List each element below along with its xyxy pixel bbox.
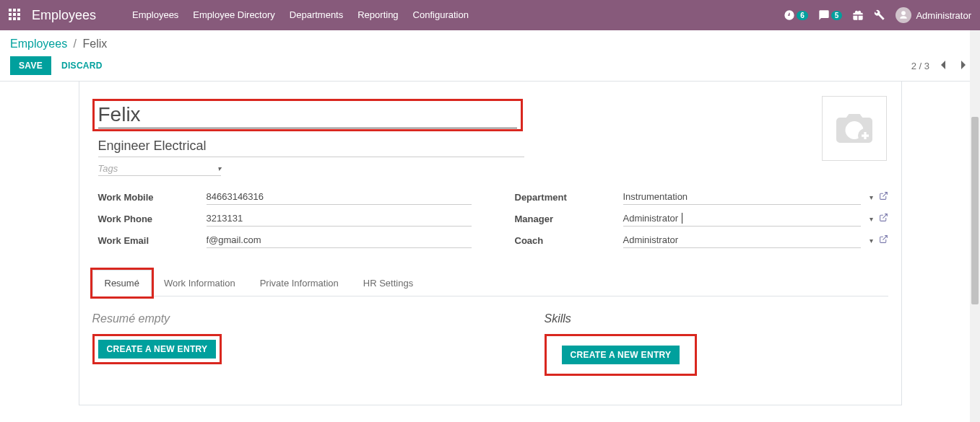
chat-badge: 5 xyxy=(831,11,843,20)
username-label: Administrator xyxy=(916,10,971,21)
work-mobile-input[interactable] xyxy=(207,189,472,205)
label-coach: Coach xyxy=(515,235,623,246)
scrollbar-thumb[interactable] xyxy=(971,117,979,304)
scrollbar[interactable] xyxy=(970,30,980,405)
job-title-input[interactable] xyxy=(98,136,524,157)
work-phone-input[interactable] xyxy=(207,211,472,227)
chevron-right-icon xyxy=(960,60,967,70)
breadcrumb-root[interactable]: Employees xyxy=(10,38,67,50)
clock-badge: 6 xyxy=(797,11,808,20)
breadcrumb-current: Felix xyxy=(83,38,108,50)
external-link-icon xyxy=(879,191,888,201)
chat-notifications[interactable]: 5 xyxy=(818,9,843,21)
nav-departments[interactable]: Departments xyxy=(282,0,350,30)
employee-photo-upload[interactable] xyxy=(822,96,887,161)
pager-text: 2 / 3 xyxy=(911,61,929,71)
label-work-phone: Work Phone xyxy=(98,214,207,224)
skills-create-entry-button[interactable]: CREATE A NEW ENTRY xyxy=(562,346,680,364)
label-department: Department xyxy=(515,192,623,203)
tab-resume[interactable]: Resumé xyxy=(92,270,152,296)
wrench-icon[interactable] xyxy=(874,9,885,21)
skills-section-title: Skills xyxy=(545,312,888,325)
manager-select[interactable]: Administrator xyxy=(623,211,861,227)
discard-button[interactable]: DISCARD xyxy=(51,56,113,75)
chevron-down-icon: ▾ xyxy=(870,193,873,201)
breadcrumb-separator: / xyxy=(74,38,77,50)
employee-name-input[interactable] xyxy=(98,102,517,128)
user-menu[interactable]: Administrator xyxy=(896,7,971,23)
breadcrumb: Employees / Felix xyxy=(10,38,970,50)
coach-select[interactable]: Administrator xyxy=(623,232,861,248)
avatar-icon xyxy=(896,7,911,23)
apps-icon[interactable] xyxy=(9,9,22,22)
nav-configuration[interactable]: Configuration xyxy=(406,0,476,30)
nav-employees[interactable]: Employees xyxy=(125,0,186,30)
pager-next[interactable] xyxy=(957,57,970,75)
department-external-link[interactable] xyxy=(879,191,888,203)
clock-icon xyxy=(784,9,795,21)
chevron-down-icon: ▾ xyxy=(870,237,873,245)
coach-external-link[interactable] xyxy=(879,234,888,246)
tab-private-information[interactable]: Private Information xyxy=(248,270,351,296)
nav-reporting[interactable]: Reporting xyxy=(350,0,405,30)
clock-notifications[interactable]: 6 xyxy=(784,9,808,21)
external-link-icon xyxy=(879,234,888,244)
manager-external-link[interactable] xyxy=(879,213,888,224)
chevron-left-icon xyxy=(940,60,947,70)
label-work-mobile: Work Mobile xyxy=(98,192,207,203)
department-select[interactable]: Instrumentation xyxy=(623,189,861,205)
tags-field[interactable]: Tags ▾ xyxy=(98,162,221,176)
main-nav: Employees Employee Directory Departments… xyxy=(125,0,476,30)
nav-employee-directory[interactable]: Employee Directory xyxy=(186,0,282,30)
work-email-input[interactable] xyxy=(207,232,472,248)
label-manager: Manager xyxy=(515,214,623,224)
resume-section-title: Resumé empty xyxy=(92,312,436,325)
tab-hr-settings[interactable]: HR Settings xyxy=(351,270,425,296)
gift-icon[interactable] xyxy=(852,9,864,21)
pager-prev[interactable] xyxy=(937,57,950,75)
resume-create-entry-button[interactable]: CREATE A NEW ENTRY xyxy=(98,340,217,359)
tab-work-information[interactable]: Work Information xyxy=(152,270,248,296)
external-link-icon xyxy=(879,213,888,222)
chevron-down-icon: ▾ xyxy=(217,164,221,172)
tags-placeholder: Tags xyxy=(98,163,118,174)
save-button[interactable]: SAVE xyxy=(10,56,51,75)
chevron-down-icon: ▾ xyxy=(870,215,873,223)
app-brand: Employees xyxy=(32,8,96,23)
camera-icon xyxy=(833,110,876,146)
chat-icon xyxy=(818,9,830,21)
label-work-email: Work Email xyxy=(98,235,207,246)
